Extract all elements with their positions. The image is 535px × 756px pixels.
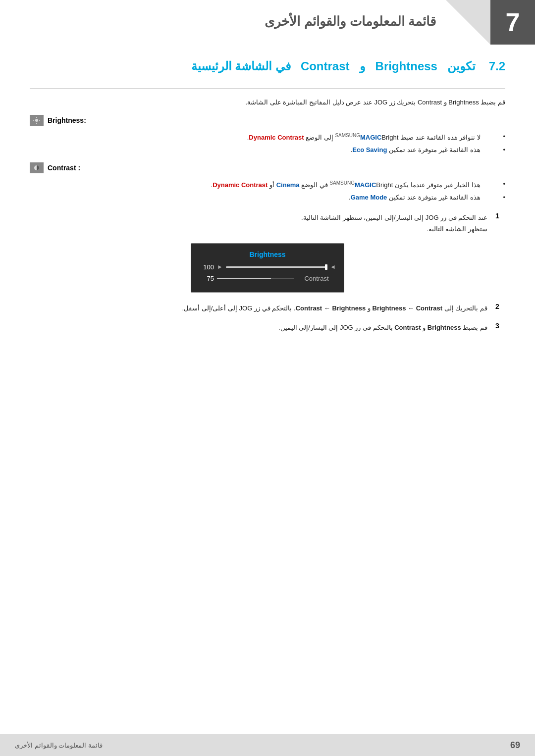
brightness-value: 100 <box>199 263 214 271</box>
chapter-tab: 7 <box>490 0 535 45</box>
steps-container: 1 عند التحكم في زر JOG إلى اليسار/إلى ال… <box>30 212 505 334</box>
brightness-bullet-list: لا تتوافر هذه القائمة عند ضبط SAMSUNGMAG… <box>30 131 505 156</box>
step-3: 3 قم بضبط Brightness و Contrast بالتحكم … <box>30 322 505 333</box>
contrast-preview-row: Contrast 75 <box>199 275 336 282</box>
section-title-part2: في الشاشة الرئيسية <box>191 59 291 73</box>
contrast-colon-label: : Contrast <box>48 164 80 172</box>
footer-page-number: 69 <box>510 740 520 751</box>
section-title-part1: تكوين <box>447 59 476 73</box>
step-3-number: 3 <box>495 322 505 330</box>
contrast-bullet-list: هذا الخيار غير متوفر عندما يكون SAMSUNGM… <box>30 178 505 204</box>
chapter-title: قائمة المعلومات والقوائم الأخرى <box>25 14 436 29</box>
contrast-value: 75 <box>199 275 214 282</box>
section-number: 7.2 <box>489 59 505 73</box>
section-brightness: Brightness <box>375 59 437 73</box>
section-and: و <box>360 59 366 73</box>
contrast-slider-track <box>217 278 294 279</box>
footer-title: قائمة المعلومات والقوائم الأخرى <box>15 742 103 749</box>
brightness-bullet-2: هذه القائمة غير متوفرة عند تمكين Eco Sav… <box>30 144 505 156</box>
section-contrast: Contrast <box>301 59 350 73</box>
brightness-slider-thumb <box>325 264 327 270</box>
contrast-label-line: : Contrast <box>30 162 505 173</box>
brightness-colon-label: :Brightness <box>48 116 86 124</box>
contrast-slider-fill <box>217 278 271 279</box>
monitor-preview: Brightness ◄ ► 100 Contrast 75 <box>191 243 344 293</box>
step-1-text: عند التحكم في زر JOG إلى اليسار/إلى اليم… <box>30 212 487 235</box>
step-3-text: قم بضبط Brightness و Contrast بالتحكم في… <box>30 322 487 333</box>
footer-bar: 69 قائمة المعلومات والقوائم الأخرى <box>0 734 535 756</box>
section-divider <box>30 88 505 89</box>
brightness-slider-track <box>226 266 327 268</box>
step-2: 2 قم بالتحريك إلى Brightness ← Contrast … <box>30 302 505 314</box>
step-1-number: 1 <box>495 212 505 220</box>
step-1: 1 عند التحكم في زر JOG إلى اليسار/إلى ال… <box>30 212 505 235</box>
step-2-number: 2 <box>495 302 505 310</box>
svg-point-1 <box>35 119 38 122</box>
step-2-text: قم بالتحريك إلى Brightness ← Contrast و … <box>30 302 487 314</box>
brightness-slider-row: ◄ ► 100 <box>199 263 336 271</box>
monitor-menu-title: Brightness <box>199 251 336 258</box>
intro-paragraph: قم بضبط Brightness و Contrast بتحريك زر … <box>30 97 505 108</box>
brightness-slider-fill <box>226 266 327 268</box>
main-content: 7.2 تكوين Brightness و Contrast في الشاش… <box>0 0 535 391</box>
brightness-bullet-1: لا تتوافر هذه القائمة عند ضبط SAMSUNGMAG… <box>30 131 505 144</box>
chapter-number: 7 <box>506 9 520 35</box>
slider-right-arrow: ► <box>217 263 223 270</box>
contrast-bullet-1: هذا الخيار غير متوفر عندما يكون SAMSUNGM… <box>30 178 505 192</box>
section-heading: 7.2 تكوين Brightness و Contrast في الشاش… <box>30 59 505 73</box>
contrast-preview-label: Contrast <box>297 275 336 282</box>
brightness-label-line: :Brightness <box>30 115 505 126</box>
brightness-icon <box>30 115 44 126</box>
contrast-icon <box>30 162 44 173</box>
contrast-bullet-2: هذه القائمة غير متوفرة عند تمكين Game Mo… <box>30 192 505 204</box>
slider-left-arrow: ◄ <box>330 263 336 270</box>
corner-decoration <box>446 0 490 45</box>
